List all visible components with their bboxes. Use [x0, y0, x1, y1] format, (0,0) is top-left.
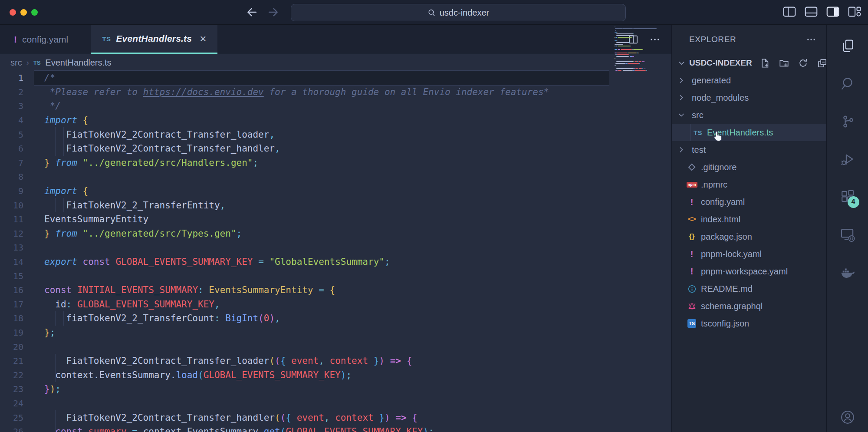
line-number[interactable]: 12 — [0, 228, 34, 239]
line-number[interactable]: 25 — [0, 412, 34, 423]
new-file-button[interactable] — [760, 58, 770, 68]
project-section-header[interactable]: USDC-INDEXER — [672, 54, 826, 72]
line-text: *Please refer to https://docs.envio.dev … — [34, 85, 609, 99]
code-line-10[interactable]: 10 FiatTokenV2_2_TransferEntity, — [0, 198, 671, 212]
code-line-15[interactable]: 15 — [0, 269, 671, 283]
code-line-19[interactable]: 19}; — [0, 326, 671, 340]
code-line-1[interactable]: 1/* — [0, 71, 671, 85]
code-line-24[interactable]: 24 — [0, 396, 671, 411]
breadcrumb-file[interactable]: EventHandlers.ts — [45, 58, 111, 68]
code-line-18[interactable]: 18 fiatTokenV2_2_TransferCount: BigInt(0… — [0, 311, 671, 326]
line-number[interactable]: 22 — [0, 370, 34, 380]
code-line-9[interactable]: 9import { — [0, 184, 671, 198]
toggle-panel-right-button[interactable] — [826, 6, 839, 17]
close-window-button[interactable] — [10, 9, 16, 16]
tree-item-package.json[interactable]: {}package.json — [672, 228, 826, 245]
tree-item-pnpm-workspace.yaml[interactable]: !pnpm-workspace.yaml — [672, 263, 826, 280]
line-number[interactable]: 21 — [0, 356, 34, 366]
activity-account-button[interactable] — [827, 398, 868, 432]
activity-remote-explorer-button[interactable] — [827, 216, 868, 254]
tree-item-pnpm-lock.yaml[interactable]: !pnpm-lock.yaml — [672, 245, 826, 263]
navigate-forward-button[interactable] — [267, 6, 279, 18]
line-number[interactable]: 10 — [0, 200, 34, 211]
code-line-8[interactable]: 8 — [0, 170, 671, 184]
tab-EventHandlers.ts[interactable]: TSEventHandlers.ts× — [91, 25, 217, 54]
tree-item-EventHandlers.ts[interactable]: TSEventHandlers.ts — [672, 124, 826, 141]
code-line-26[interactable]: 26 const summary = context.EventsSummary… — [0, 425, 671, 432]
minimap[interactable] — [613, 26, 661, 72]
code-line-21[interactable]: 21 FiatTokenV2_2Contract_Transfer_loader… — [0, 354, 671, 368]
line-number[interactable]: 19 — [0, 327, 34, 338]
line-number[interactable]: 1 — [0, 73, 34, 83]
line-number[interactable]: 17 — [0, 299, 34, 310]
line-number[interactable]: 13 — [0, 242, 34, 253]
line-number[interactable]: 9 — [0, 186, 34, 196]
line-number[interactable]: 3 — [0, 101, 34, 111]
line-number[interactable]: 23 — [0, 384, 34, 394]
code-editor[interactable]: 1/*2 *Please refer to https://docs.envio… — [0, 71, 671, 432]
code-line-7[interactable]: 7} from "../generated/src/Handlers.gen"; — [0, 156, 671, 170]
code-line-17[interactable]: 17 id: GLOBAL_EVENTS_SUMMARY_KEY, — [0, 297, 671, 312]
line-number[interactable]: 16 — [0, 285, 34, 295]
line-number[interactable]: 7 — [0, 158, 34, 168]
code-line-12[interactable]: 12} from "../generated/src/Types.gen"; — [0, 227, 671, 241]
toggle-panel-bottom-button[interactable] — [805, 6, 818, 17]
code-line-14[interactable]: 14export const GLOBAL_EVENTS_SUMMARY_KEY… — [0, 255, 671, 269]
activity-extensions-button[interactable]: 4 — [827, 178, 868, 216]
code-line-16[interactable]: 16const INITIAL_EVENTS_SUMMARY: EventsSu… — [0, 283, 671, 297]
minimize-window-button[interactable] — [20, 9, 27, 16]
line-number[interactable]: 18 — [0, 313, 34, 323]
line-number[interactable]: 4 — [0, 115, 34, 125]
tree-item-node_modules[interactable]: node_modules — [672, 89, 826, 106]
typescript-icon: TS — [102, 35, 111, 43]
code-line-25[interactable]: 25 FiatTokenV2_2Contract_Transfer_handle… — [0, 410, 671, 425]
code-line-2[interactable]: 2 *Please refer to https://docs.envio.de… — [0, 85, 671, 99]
tree-item-schema.graphql[interactable]: schema.graphql — [672, 297, 826, 315]
navigate-back-button[interactable] — [246, 6, 258, 18]
breadcrumb-folder[interactable]: src — [10, 58, 22, 68]
line-number[interactable]: 11 — [0, 214, 34, 224]
line-number[interactable]: 2 — [0, 87, 34, 97]
zoom-window-button[interactable] — [31, 9, 38, 16]
line-number[interactable]: 5 — [0, 129, 34, 140]
customize-layout-button[interactable] — [848, 6, 861, 17]
activity-run-debug-button[interactable] — [827, 140, 868, 178]
tree-item-config.yaml[interactable]: !config.yaml — [672, 193, 826, 211]
line-number[interactable]: 26 — [0, 426, 34, 432]
tree-item-README.md[interactable]: README.md — [672, 280, 826, 297]
explorer-more-actions-button[interactable] — [806, 35, 816, 44]
code-line-5[interactable]: 5 FiatTokenV2_2Contract_Transfer_loader, — [0, 127, 671, 142]
line-number[interactable]: 15 — [0, 271, 34, 281]
tree-item-tsconfig.json[interactable]: TStsconfig.json — [672, 315, 826, 332]
line-number[interactable]: 14 — [0, 257, 34, 267]
tree-item-generated[interactable]: generated — [672, 72, 826, 89]
code-line-20[interactable]: 20 — [0, 340, 671, 354]
command-center-search[interactable]: usdc-indexer — [291, 4, 626, 21]
line-number[interactable]: 24 — [0, 398, 34, 409]
activity-source-control-button[interactable] — [827, 102, 868, 140]
code-line-6[interactable]: 6 FiatTokenV2_2Contract_Transfer_handler… — [0, 142, 671, 156]
code-line-3[interactable]: 3 */ — [0, 99, 671, 113]
collapse-all-button[interactable] — [817, 58, 827, 68]
tree-item-test[interactable]: test — [672, 141, 826, 158]
line-number[interactable]: 8 — [0, 171, 34, 182]
new-folder-button[interactable] — [779, 58, 789, 68]
activity-docker-button[interactable] — [827, 254, 868, 291]
activity-search-button[interactable] — [827, 65, 868, 102]
refresh-button[interactable] — [798, 58, 808, 68]
tree-item-src[interactable]: src — [672, 106, 826, 124]
code-line-11[interactable]: 11EventsSummaryEntity — [0, 212, 671, 227]
code-line-22[interactable]: 22 context.EventsSummary.load(GLOBAL_EVE… — [0, 368, 671, 382]
code-line-23[interactable]: 23}); — [0, 382, 671, 396]
code-line-13[interactable]: 13 — [0, 241, 671, 255]
tree-item-.gitignore[interactable]: .gitignore — [672, 158, 826, 176]
code-line-4[interactable]: 4import { — [0, 113, 671, 128]
activity-files-button[interactable] — [827, 27, 868, 65]
tree-item-index.html[interactable]: <>index.html — [672, 211, 826, 228]
line-number[interactable]: 6 — [0, 143, 34, 154]
line-number[interactable]: 20 — [0, 342, 34, 352]
close-tab-icon[interactable]: × — [200, 33, 206, 44]
tab-config.yaml[interactable]: !config.yaml — [2, 25, 80, 54]
toggle-panel-left-button[interactable] — [783, 6, 796, 17]
tree-item-.npmrc[interactable]: npm.npmrc — [672, 176, 826, 193]
